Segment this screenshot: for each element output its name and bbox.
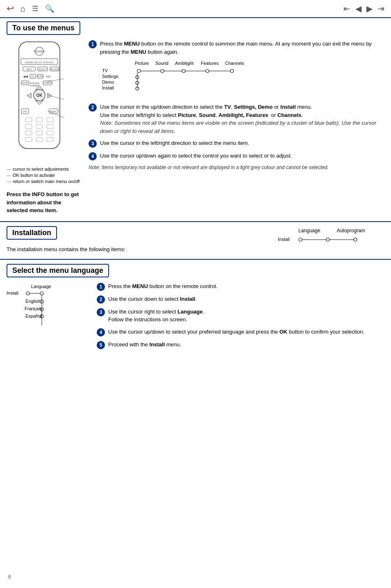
svg-rect-40 bbox=[36, 131, 43, 135]
instructions-column: 1 Press the MENU button on the remote co… bbox=[89, 40, 384, 215]
step-1-text: Press the MENU button on the remote cont… bbox=[100, 40, 384, 56]
svg-text:Language: Language bbox=[31, 284, 51, 289]
svg-text:INFO: INFO bbox=[26, 68, 32, 71]
top-navigation-bar: ↩ ⌂ ☰ 🔍 ⇤ ◀ ▶ ⇥ bbox=[0, 0, 391, 18]
list-icon[interactable]: ☰ bbox=[32, 4, 39, 13]
section3-step-4: 4 Use the cursor up/down to select your … bbox=[97, 328, 384, 336]
svg-rect-43 bbox=[36, 137, 43, 142]
search-icon[interactable]: 🔍 bbox=[45, 4, 54, 13]
skip-forward-icon[interactable]: ⇥ bbox=[377, 4, 384, 14]
svg-marker-25 bbox=[27, 93, 31, 98]
section3-step-3-text: Use the cursor right to select Language.… bbox=[108, 308, 204, 324]
section-use-menus: To use the menus POWER DVD/R CBL TV VCR … bbox=[0, 18, 391, 222]
svg-text:PRL/PRL: PRL/PRL bbox=[50, 68, 59, 71]
svg-rect-37 bbox=[36, 124, 43, 128]
section3-step-1-num: 1 bbox=[97, 283, 105, 291]
step-2-text: Use the cursor in the up/down direction … bbox=[100, 103, 384, 135]
svg-rect-34 bbox=[36, 118, 43, 122]
page-number: 6 bbox=[8, 574, 11, 580]
svg-text:English: English bbox=[25, 299, 40, 304]
svg-rect-42 bbox=[25, 137, 32, 142]
svg-text:SURF: SURF bbox=[22, 82, 29, 84]
section3-step-4-text: Use the cursor up/down to select your pr… bbox=[108, 328, 364, 336]
top-bar-left-icons: ↩ ⌂ ☰ 🔍 bbox=[7, 3, 54, 14]
svg-point-80 bbox=[40, 292, 43, 295]
svg-text:TV: TV bbox=[102, 68, 108, 73]
callout-ok-text: OK button to activate bbox=[13, 173, 55, 178]
svg-text:PIP: PIP bbox=[23, 110, 27, 113]
svg-text:Install: Install bbox=[278, 237, 290, 242]
step-3-text: Use the cursor in the left/right directi… bbox=[100, 139, 249, 147]
svg-text:Channels: Channels bbox=[225, 61, 244, 66]
svg-text:Demo: Demo bbox=[102, 80, 114, 85]
svg-line-45 bbox=[48, 79, 64, 82]
section3-body: Language Install English Français Españo… bbox=[7, 282, 384, 353]
step-2: 2 Use the cursor in the up/down directio… bbox=[89, 103, 384, 135]
step-3-num: 3 bbox=[89, 140, 97, 148]
svg-text:Español: Español bbox=[25, 313, 42, 318]
step-1-num: 1 bbox=[89, 40, 97, 48]
section2-title: Installation bbox=[12, 229, 51, 237]
svg-text:HD: HD bbox=[46, 75, 51, 78]
section3-step-5: 5 Proceed with the Install menu. bbox=[97, 341, 384, 349]
section1-body: POWER DVD/R CBL TV VCR AUX INFO SELECT P… bbox=[7, 40, 384, 215]
svg-text:◀◀: ◀◀ bbox=[23, 75, 28, 78]
section2-left-col: Installation The installation menu conta… bbox=[7, 226, 125, 252]
home-icon[interactable]: ⌂ bbox=[20, 4, 25, 14]
top-bar-right-icons: ⇤ ◀ ▶ ⇥ bbox=[343, 4, 384, 14]
step-2-num: 2 bbox=[89, 103, 97, 112]
svg-text:OK: OK bbox=[36, 93, 43, 98]
callout-labels: — cursor to select adjustments — OK butt… bbox=[7, 167, 80, 184]
section3-step-5-text: Proceed with the Install menu. bbox=[108, 341, 181, 349]
svg-text:FORMAT: FORMAT bbox=[43, 82, 52, 84]
step-4-text: Use the cursor up/down again to select t… bbox=[100, 152, 292, 160]
prev-icon[interactable]: ◀ bbox=[355, 4, 361, 14]
svg-text:SURR: SURR bbox=[36, 75, 44, 78]
svg-point-71 bbox=[299, 238, 302, 241]
section3-step-4-num: 4 bbox=[97, 328, 105, 336]
section2-right-col: Language Autoprogram Install bbox=[274, 226, 384, 243]
svg-text:FORMAT: FORMAT bbox=[30, 85, 40, 87]
svg-point-78 bbox=[26, 292, 30, 295]
svg-point-62 bbox=[230, 69, 234, 73]
section3-step-3: 3 Use the cursor right to select Languag… bbox=[97, 308, 384, 324]
section3-step-1-text: Press the MENU button on the remote cont… bbox=[108, 282, 218, 291]
section3-title: Select the menu language bbox=[12, 266, 103, 275]
svg-point-56 bbox=[161, 69, 164, 73]
section3-step-5-num: 5 bbox=[97, 341, 105, 349]
remote-diagram: POWER DVD/R CBL TV VCR AUX INFO SELECT P… bbox=[7, 40, 80, 215]
section-select-language: Select the menu language Language Instal… bbox=[0, 260, 391, 360]
step-4-num: 4 bbox=[89, 152, 97, 160]
svg-rect-36 bbox=[25, 124, 32, 128]
install-auto-label: Autoprogram bbox=[336, 228, 365, 233]
svg-point-54 bbox=[137, 69, 141, 73]
callout-return-text: return or switch main menu on/off bbox=[13, 179, 80, 184]
svg-point-60 bbox=[206, 69, 209, 73]
callout-return: — return or switch main menu on/off bbox=[7, 179, 80, 184]
section3-step-2-text: Use the cursor down to select Install. bbox=[108, 295, 197, 303]
install-line-diagram: Install bbox=[278, 235, 384, 243]
callout-cursor: — cursor to select adjustments bbox=[7, 167, 80, 172]
svg-text:Features: Features bbox=[201, 61, 219, 66]
install-diagram-svg: Install bbox=[278, 235, 384, 243]
svg-line-46 bbox=[48, 95, 64, 99]
svg-rect-33 bbox=[25, 118, 32, 122]
svg-text:Picture: Picture bbox=[135, 61, 149, 66]
section1-header: To use the menus bbox=[7, 21, 80, 35]
svg-text:SELECT: SELECT bbox=[38, 68, 47, 71]
next-icon[interactable]: ▶ bbox=[366, 4, 373, 14]
back-icon[interactable]: ↩ bbox=[7, 3, 14, 14]
section3-step-1: 1 Press the MENU button on the remote co… bbox=[97, 282, 384, 291]
language-diagram-svg: Language Install English Français Españo… bbox=[7, 282, 89, 332]
svg-text:POWER: POWER bbox=[34, 50, 45, 53]
skip-back-icon[interactable]: ⇤ bbox=[343, 4, 350, 14]
svg-text:Français: Français bbox=[25, 306, 42, 311]
callout-ok: — OK button to activate bbox=[7, 173, 80, 178]
install-col-headers: Language Autoprogram bbox=[274, 228, 384, 233]
section3-step-2-num: 2 bbox=[97, 295, 105, 304]
svg-text:Settings: Settings bbox=[102, 74, 118, 79]
svg-point-73 bbox=[326, 238, 330, 241]
svg-text:Ambilight: Ambilight bbox=[175, 61, 193, 66]
section3-step-3-num: 3 bbox=[97, 308, 105, 316]
svg-text:Install: Install bbox=[102, 85, 114, 90]
